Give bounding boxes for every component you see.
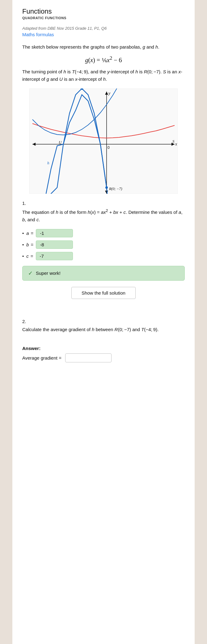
- graph-container: x y 0: [22, 89, 185, 194]
- label-S: S: [172, 139, 175, 144]
- formula-display: g(x) = ⅙x2 − 6: [22, 55, 185, 64]
- source-text: Adapted from DBE Nov 2015 Grade 11, P1, …: [22, 26, 185, 31]
- avg-gradient-row: Average gradient =: [22, 353, 185, 362]
- turning-point-description: The turning point of h is T(−4; 9), and …: [22, 68, 185, 83]
- feedback-box: ✓ Super work!: [22, 266, 185, 281]
- svg-rect-0: [29, 89, 178, 194]
- maths-formulas-link[interactable]: Maths formulas: [22, 32, 185, 37]
- input-c[interactable]: [36, 252, 73, 260]
- avg-gradient-label: Average gradient: [22, 355, 57, 361]
- checkmark-icon: ✓: [28, 270, 33, 277]
- svg-text:x: x: [175, 142, 177, 146]
- equals-avg: =: [57, 355, 63, 361]
- point-R: [105, 186, 108, 189]
- label-U: U: [59, 140, 62, 145]
- label-h: h: [47, 161, 49, 165]
- feedback-text: Super work!: [36, 270, 61, 276]
- svg-text:y: y: [108, 91, 111, 96]
- var-c-label: c: [26, 253, 29, 259]
- graph-svg: x y 0: [29, 89, 178, 194]
- main-page: Functions QUADRATIC FUNCTIONS Adapted fr…: [12, 0, 195, 644]
- answer-row-b: • b =: [22, 240, 185, 249]
- question2-number: 2.: [22, 319, 185, 324]
- answer2-label: Answer:: [22, 346, 185, 351]
- equals-b: =: [31, 242, 34, 247]
- question1-text: The equation of h is of the form h(x) = …: [22, 208, 185, 223]
- var-a-label: a: [26, 231, 29, 236]
- input-a[interactable]: [36, 229, 73, 237]
- var-b-label: b: [26, 242, 29, 247]
- page-subtitle: QUADRATIC FUNCTIONS: [22, 16, 185, 20]
- avg-gradient-input[interactable]: [65, 353, 112, 362]
- input-b[interactable]: [36, 240, 73, 249]
- svg-text:0: 0: [108, 145, 110, 150]
- answer-row-a: • a =: [22, 229, 185, 237]
- answer-row-c: • c =: [22, 252, 185, 260]
- show-solution-button[interactable]: Show the full solution: [71, 287, 136, 299]
- label-R: R(0; −7): [109, 187, 122, 191]
- question2-text: Calculate the average gradient of h betw…: [22, 326, 185, 333]
- bullet-a: •: [22, 231, 24, 236]
- equals-c: =: [31, 253, 33, 259]
- question1-number: 1.: [22, 201, 185, 206]
- equals-a: =: [31, 231, 34, 236]
- page-title: Functions: [22, 7, 185, 15]
- intro-description: The sketch below represents the graphs o…: [22, 43, 185, 51]
- bullet-c: •: [22, 253, 24, 259]
- bullet-b: •: [22, 242, 24, 247]
